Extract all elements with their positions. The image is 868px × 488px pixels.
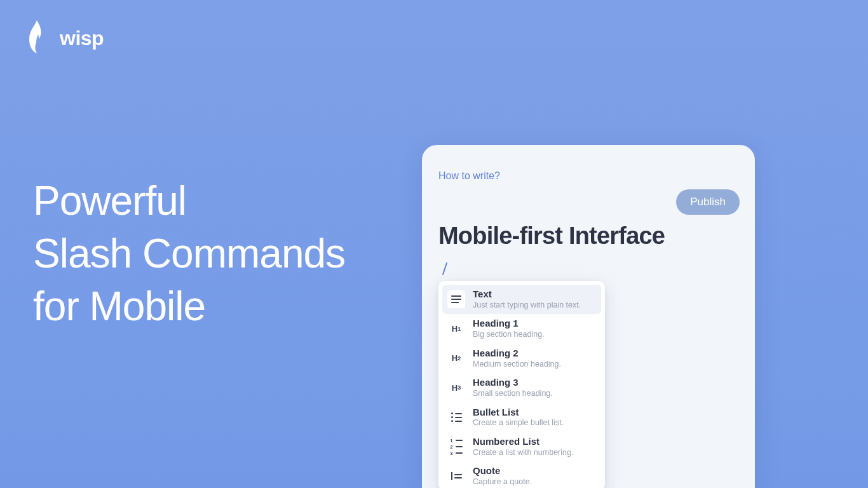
command-title: Heading 3	[473, 377, 553, 389]
headline-line-1: Powerful	[33, 175, 345, 227]
how-to-write-link[interactable]: How to write?	[438, 170, 500, 181]
command-desc: Capture a quote.	[473, 477, 532, 487]
command-title: Quote	[473, 465, 532, 477]
command-item-quote[interactable]: Quote Capture a quote.	[442, 461, 601, 488]
h2-icon: H2	[447, 349, 465, 367]
command-desc: Create a simple bullet list.	[473, 418, 564, 428]
command-desc: Small section heading.	[473, 389, 553, 399]
command-desc: Just start typing with plain text.	[473, 301, 581, 311]
numbered-list-icon: 1 2 3	[447, 438, 465, 456]
h3-icon: H3	[447, 379, 465, 396]
command-item-text[interactable]: Text Just start typing with plain text.	[442, 285, 601, 314]
command-desc: Big section heading.	[473, 330, 545, 340]
document-title[interactable]: Mobile-first Interface	[438, 222, 738, 250]
flame-icon	[25, 19, 48, 57]
command-title: Numbered List	[473, 436, 573, 448]
command-item-numbered-list[interactable]: 1 2 3 Numbered List Create a list with n…	[442, 432, 601, 461]
svg-line-0	[443, 263, 447, 274]
command-title: Text	[473, 288, 581, 301]
editor-preview-card: How to write? Publish Mobile-first Inter…	[422, 145, 755, 488]
command-title: Bullet List	[473, 407, 564, 419]
headline-line-2: Slash Commands	[33, 227, 345, 280]
bullet-list-icon	[447, 409, 465, 426]
text-icon	[447, 290, 465, 308]
command-title: Heading 1	[473, 318, 545, 330]
headline-line-3: for Mobile	[33, 280, 345, 333]
h1-icon: H1	[447, 320, 465, 338]
command-item-bullet-list[interactable]: Bullet List Create a simple bullet list.	[442, 403, 601, 432]
hero-headline: Powerful Slash Commands for Mobile	[33, 175, 345, 334]
slash-input-cursor[interactable]	[441, 261, 738, 276]
command-desc: Medium section heading.	[473, 360, 561, 370]
brand-logo: wisp	[25, 19, 104, 57]
command-title: Heading 2	[473, 348, 561, 360]
command-item-heading-3[interactable]: H3 Heading 3 Small section heading.	[442, 373, 601, 402]
brand-name: wisp	[60, 27, 104, 50]
publish-button[interactable]: Publish	[676, 189, 740, 215]
command-item-heading-1[interactable]: H1 Heading 1 Big section heading.	[442, 314, 601, 343]
slash-command-menu: Text Just start typing with plain text. …	[438, 281, 605, 488]
quote-icon	[447, 467, 465, 485]
command-desc: Create a list with numbering.	[473, 448, 573, 458]
command-item-heading-2[interactable]: H2 Heading 2 Medium section heading.	[442, 344, 601, 373]
